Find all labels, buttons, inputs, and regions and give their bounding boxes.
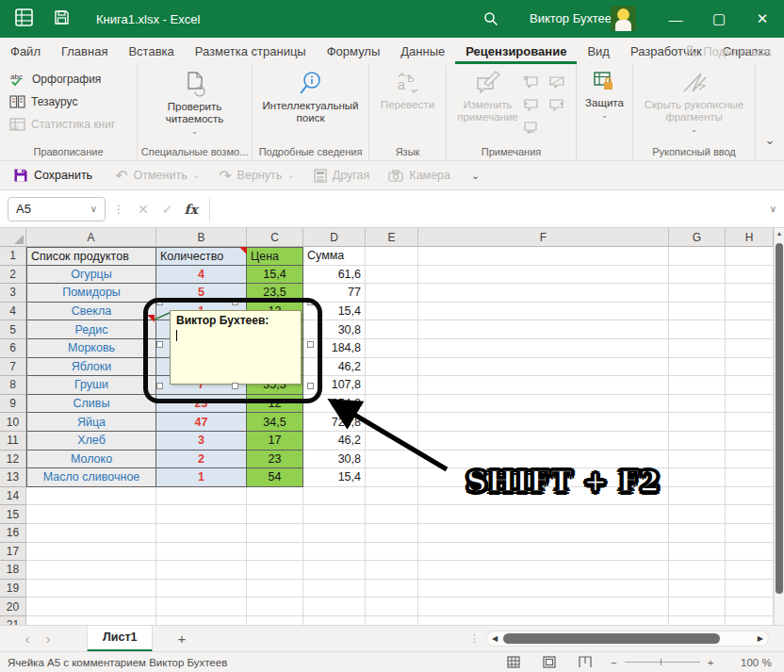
scroll-up-icon[interactable]: ▲ (775, 230, 784, 237)
cell-H15[interactable] (726, 505, 774, 524)
smart-lookup-button[interactable]: Интеллектуальный поиск (263, 68, 359, 124)
cell-B2[interactable]: 4 (156, 266, 247, 285)
cell-H10[interactable] (726, 413, 774, 432)
cell-F7[interactable] (418, 358, 669, 377)
cell-G6[interactable] (669, 339, 726, 358)
cell-H21[interactable] (726, 616, 774, 625)
col-header-D[interactable]: D (303, 228, 366, 247)
zoom-slider[interactable]: − + (611, 657, 713, 668)
row-header-9[interactable]: 9 (0, 395, 26, 414)
zoom-out-icon[interactable]: − (611, 657, 617, 668)
cell-A13[interactable]: Масло сливочное (26, 468, 156, 487)
enter-icon[interactable]: ✓ (162, 202, 173, 217)
row-header-20[interactable]: 20 (0, 598, 26, 616)
cell-A14[interactable] (26, 487, 156, 506)
cell-H2[interactable] (726, 266, 774, 285)
col-header-F[interactable]: F (418, 228, 669, 247)
cell-G7[interactable] (669, 358, 726, 377)
cell-E17[interactable] (366, 543, 418, 562)
cell-D18[interactable] (303, 561, 366, 580)
cell-G5[interactable] (669, 320, 726, 339)
other-button[interactable]: Другая (314, 169, 370, 183)
insert-function-button[interactable]: fx (184, 202, 197, 217)
cell-B20[interactable] (156, 598, 247, 616)
name-box[interactable]: A5 ∨ (8, 197, 106, 221)
close-button[interactable]: ✕ (741, 0, 784, 38)
new-sheet-button[interactable]: + (177, 631, 186, 647)
row-header-6[interactable]: 6 (0, 339, 26, 358)
quick-save-icon[interactable] (54, 9, 70, 29)
cell-E5[interactable] (366, 320, 418, 339)
cell-C20[interactable] (247, 598, 303, 616)
undo-button[interactable]: ↶ Отменить ⌄ (115, 167, 200, 185)
cell-F9[interactable] (418, 395, 669, 414)
save-button[interactable]: Сохранить (13, 168, 92, 183)
cell-C16[interactable] (247, 524, 303, 543)
cell-A1[interactable]: Список продуктов (26, 247, 156, 266)
row-header-1[interactable]: 1 (0, 247, 26, 266)
horizontal-scroll-thumb[interactable] (503, 633, 720, 644)
cell-A2[interactable]: Огурцы (26, 266, 156, 285)
cell-D11[interactable]: 46,2 (303, 432, 366, 451)
cell-B16[interactable] (156, 524, 247, 543)
normal-view-icon[interactable] (507, 656, 520, 668)
cell-A9[interactable]: Сливы (26, 395, 156, 414)
cell-G21[interactable] (669, 616, 726, 625)
cell-C13[interactable]: 54 (247, 468, 303, 487)
cell-D14[interactable] (303, 487, 366, 506)
cell-H6[interactable] (726, 339, 774, 358)
row-header-3[interactable]: 3 (0, 284, 26, 303)
cell-H14[interactable] (726, 487, 774, 506)
row-header-13[interactable]: 13 (0, 468, 26, 487)
cell-D1[interactable]: Сумма (303, 247, 366, 266)
cell-F6[interactable] (418, 339, 669, 358)
collapse-ribbon-icon[interactable]: ⌄ (765, 133, 776, 147)
thesaurus-button[interactable]: Тезаурус (0, 90, 137, 113)
cell-A12[interactable]: Молоко (26, 451, 156, 469)
workbook-stats-button[interactable]: 123 Статистика книг (0, 113, 137, 136)
cell-E19[interactable] (366, 580, 418, 598)
cell-B12[interactable]: 2 (156, 451, 247, 469)
tab-view[interactable]: Вид (577, 38, 620, 64)
cell-B18[interactable] (156, 561, 247, 580)
row-header-21[interactable]: 21 (0, 616, 26, 625)
cell-H7[interactable] (726, 358, 774, 377)
select-all-corner[interactable] (0, 228, 26, 247)
cell-F10[interactable] (418, 413, 669, 432)
cell-D20[interactable] (303, 598, 366, 616)
camera-button[interactable]: Камера (388, 169, 450, 182)
cell-D17[interactable] (303, 543, 366, 562)
cell-C21[interactable] (247, 616, 303, 625)
tab-insert[interactable]: Вставка (118, 38, 184, 64)
cell-C11[interactable]: 17 (247, 432, 303, 451)
cell-E18[interactable] (366, 561, 418, 580)
next-sheet-icon[interactable]: › (38, 631, 58, 647)
cell-H4[interactable] (726, 303, 774, 321)
cell-A16[interactable] (26, 524, 156, 543)
cell-E2[interactable] (366, 266, 418, 285)
page-layout-view-icon[interactable] (543, 656, 556, 668)
cell-H1[interactable] (726, 247, 774, 266)
cell-E4[interactable] (366, 303, 418, 321)
cell-E9[interactable] (366, 395, 418, 414)
cell-F4[interactable] (418, 303, 669, 321)
cell-G9[interactable] (669, 395, 726, 414)
cell-A6[interactable]: Морковь (26, 339, 156, 358)
cell-F18[interactable] (418, 561, 669, 580)
cell-G8[interactable] (669, 376, 726, 395)
hide-ink-button[interactable]: Скрыть рукописные фрагменты ⌄ (645, 68, 743, 136)
check-accessibility-button[interactable]: Проверить читаемость ⌄ (166, 68, 224, 138)
drag-handle-icon[interactable]: ⋮ (113, 203, 124, 216)
cell-F1[interactable] (418, 247, 669, 266)
formula-input[interactable] (209, 197, 770, 221)
cell-D21[interactable] (303, 616, 366, 625)
cell-B11[interactable]: 3 (156, 432, 247, 451)
avatar[interactable] (611, 6, 636, 31)
cell-G2[interactable] (669, 266, 726, 285)
cell-E8[interactable] (366, 376, 418, 395)
row-header-19[interactable]: 19 (0, 580, 26, 598)
qat-overflow-icon[interactable]: ⌄ (471, 170, 480, 182)
cell-A11[interactable]: Хлеб (26, 432, 156, 451)
cell-A18[interactable] (26, 561, 156, 580)
row-header-11[interactable]: 11 (0, 432, 26, 451)
